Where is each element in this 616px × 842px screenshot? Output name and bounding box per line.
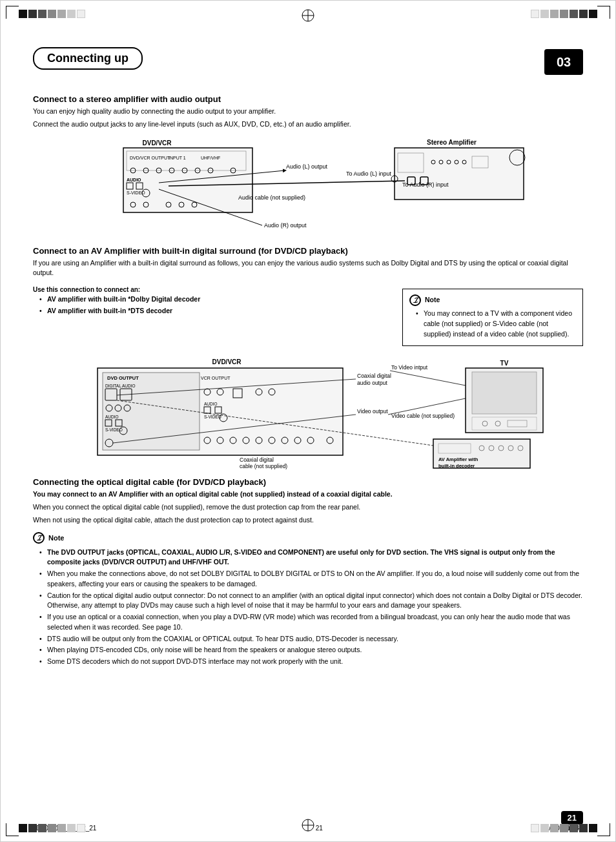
svg-text:audio output: audio output xyxy=(357,380,387,386)
stereo-heading: Connect to a stereo amplifier with audio… xyxy=(33,94,583,104)
stereo-diagram: DVD/VCR OUTPUT INPUT 1 UHF/VHF AUDIO xyxy=(33,135,583,240)
deco-sq-3 xyxy=(38,10,46,18)
svg-text:DIGITAL AUDIO: DIGITAL AUDIO xyxy=(105,384,136,388)
svg-rect-92 xyxy=(472,372,537,414)
bottom-note-section: 𝓘 Note The DVD OUTPUT jacks (OPTICAL, CO… xyxy=(33,532,583,667)
av-note-box: 𝓘 Note You may connect to a TV with a co… xyxy=(402,289,583,346)
deco-sq-r6 xyxy=(540,10,549,18)
av-diagram: DVD/VCR DVD OUTPUT DIGITAL AUDIO xyxy=(33,356,583,471)
bottom-note-bullet-1: When you make the connections above, do … xyxy=(39,569,583,590)
corner-tr xyxy=(597,6,610,19)
bottom-note-bullet-2: Caution for the optical digital audio ou… xyxy=(39,591,583,611)
svg-text:AUDIO: AUDIO xyxy=(127,178,141,182)
top-crosshair xyxy=(301,8,315,24)
top-deco-right xyxy=(531,10,597,18)
svg-text:DVD/VCR: DVD/VCR xyxy=(212,358,241,365)
deco-sq-r7 xyxy=(531,10,539,18)
svg-text:S-VIDEO: S-VIDEO xyxy=(105,427,123,432)
deco-sq-5 xyxy=(57,10,66,18)
bottom-note-bullet-4: DTS audio will be output only from the C… xyxy=(39,634,583,644)
stereo-section: Connect to a stereo amplifier with audio… xyxy=(33,94,583,240)
page-number-box: 21 xyxy=(561,811,583,825)
svg-text:AV Amplifier with: AV Amplifier with xyxy=(438,457,478,462)
svg-text:Audio (L) output: Audio (L) output xyxy=(286,163,328,170)
svg-text:DVD OUTPUT: DVD OUTPUT xyxy=(107,375,139,381)
top-deco-left xyxy=(19,10,85,18)
svg-text:To Video intput: To Video intput xyxy=(391,364,428,371)
svg-text:DVD/VCR OUTPUT: DVD/VCR OUTPUT xyxy=(130,156,170,160)
title-section: Connecting up xyxy=(33,47,143,70)
stereo-text1: You can enjoy high quality audio by conn… xyxy=(33,107,583,117)
svg-text:VCR OUTPUT: VCR OUTPUT xyxy=(201,376,231,380)
bottom-deco-left xyxy=(19,824,85,832)
svg-text:UHF/VHF: UHF/VHF xyxy=(201,156,220,160)
av-two-col: Use this connection to connect an: AV am… xyxy=(33,283,583,351)
optical-text2: When not using the optical digital cable… xyxy=(33,515,583,526)
bottom-note-bullet-6: Some DTS decoders which do not support D… xyxy=(39,657,583,667)
av-text1: If you are using an Amplifier with a bui… xyxy=(33,258,583,279)
deco-sq-r3 xyxy=(570,10,578,18)
av-bullet-list: AV amplifier with built-in *Dolby Digita… xyxy=(33,294,393,316)
deco-sq-6 xyxy=(67,10,76,18)
svg-rect-31 xyxy=(395,148,524,200)
svg-text:Coaxial digital: Coaxial digital xyxy=(240,457,274,463)
optical-subheading: You may connect to an AV Amplifier with … xyxy=(33,489,583,500)
corner-bl xyxy=(6,823,19,836)
svg-text:Audio (R) output: Audio (R) output xyxy=(264,222,307,229)
svg-text:To Audio (L) input: To Audio (L) input xyxy=(346,170,392,177)
deco-sq-r5 xyxy=(550,10,559,18)
svg-text:Coaxial digital: Coaxial digital xyxy=(357,373,391,379)
deco-sq-7 xyxy=(77,10,85,18)
svg-text:Stereo Amplifier: Stereo Amplifier xyxy=(427,139,477,146)
bottom-deco-right xyxy=(531,824,597,832)
svg-line-98 xyxy=(390,371,466,385)
note-icon: 𝓘 xyxy=(409,294,421,306)
svg-text:cable (not supplied): cable (not supplied) xyxy=(240,463,287,469)
bottom-note-icon: 𝓘 xyxy=(33,532,45,544)
corner-br xyxy=(597,823,610,836)
svg-text:Audio cable (not supplied): Audio cable (not supplied) xyxy=(238,194,305,201)
optical-text1: When you connect the optical digital cab… xyxy=(33,502,583,513)
svg-text:INPUT 1: INPUT 1 xyxy=(169,156,186,160)
svg-text:AUDIO: AUDIO xyxy=(204,402,218,406)
page-title: Connecting up xyxy=(33,47,143,70)
bottom-crosshair xyxy=(301,818,315,834)
optical-heading: Connecting the optical digital cable (fo… xyxy=(33,477,583,487)
optical-section: Connecting the optical digital cable (fo… xyxy=(33,477,583,525)
corner-tl xyxy=(6,6,19,19)
av-bullet-2: AV amplifier with built-in *DTS decoder xyxy=(39,306,393,316)
bottom-note-list: The DVD OUTPUT jacks (OPTICAL, COAXIAL, … xyxy=(33,548,583,667)
bottom-note-bullet-5: When playing DTS-encoded CDs, only noise… xyxy=(39,645,583,655)
bottom-note-bullet-3: If you use an optical or a coaxial conne… xyxy=(39,612,583,633)
deco-sq-4 xyxy=(48,10,56,18)
svg-text:To Audio (R) input: To Audio (R) input xyxy=(402,181,449,188)
deco-sq-r2 xyxy=(579,10,588,18)
stereo-text2: Connect the audio output jacks to any li… xyxy=(33,119,583,130)
svg-text:Video cable (not supplied): Video cable (not supplied) xyxy=(391,413,455,419)
deco-sq-r4 xyxy=(560,10,568,18)
page-container: Connecting up 03 Connect to a stereo amp… xyxy=(0,0,616,842)
footer-center: 21 xyxy=(316,825,323,832)
av-note-list: You may connect to a TV with a component… xyxy=(409,309,576,339)
av-note-bullet: You may connect to a TV with a component… xyxy=(416,309,576,339)
svg-text:built-in decoder: built-in decoder xyxy=(438,463,475,469)
svg-text:S-VIDEO: S-VIDEO xyxy=(204,415,221,419)
deco-sq-r1 xyxy=(589,10,597,18)
av-section: Connect to an AV Amplifier with built-in… xyxy=(33,246,583,471)
av-use-label: Use this connection to connect an: xyxy=(33,286,393,293)
av-note-label: Note xyxy=(425,295,440,305)
svg-text:TV: TV xyxy=(500,360,509,367)
bottom-note-bullet-0: The DVD OUTPUT jacks (OPTICAL, COAXIAL, … xyxy=(39,548,583,568)
av-heading: Connect to an AV Amplifier with built-in… xyxy=(33,246,583,256)
av-note-header: 𝓘 Note xyxy=(409,294,576,306)
deco-sq-2 xyxy=(28,10,37,18)
bottom-note-label: Note xyxy=(48,534,64,542)
deco-sq-1 xyxy=(19,10,27,18)
svg-text:DVD/VCR: DVD/VCR xyxy=(142,139,172,147)
av-bullet-1: AV amplifier with built-in *Dolby Digita… xyxy=(39,294,393,305)
svg-text:Video output: Video output xyxy=(357,408,388,415)
bottom-note-header: 𝓘 Note xyxy=(33,532,583,544)
main-content: Connect to a stereo amplifier with audio… xyxy=(33,88,583,803)
svg-text:AUDIO: AUDIO xyxy=(105,415,119,419)
av-left-col: Use this connection to connect an: AV am… xyxy=(33,283,393,351)
